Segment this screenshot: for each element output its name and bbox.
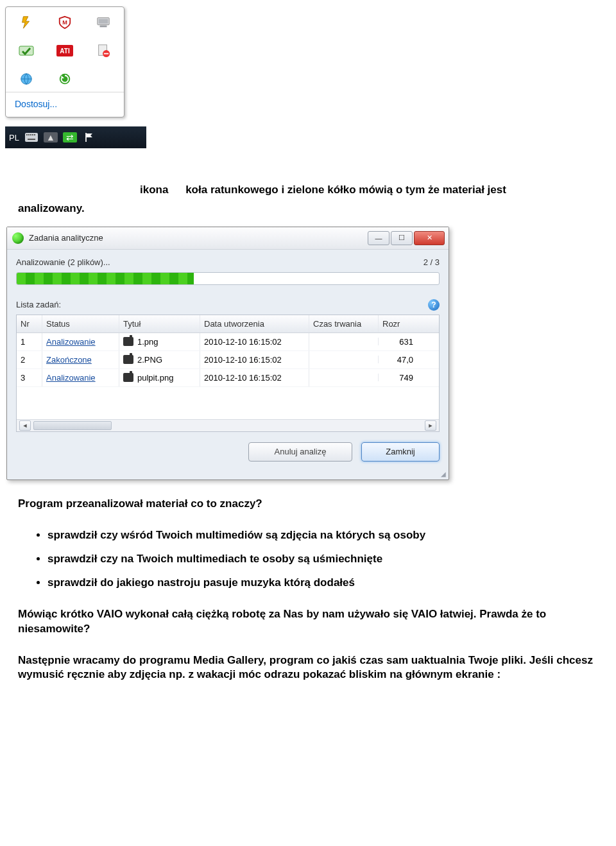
camera-icon (123, 355, 133, 364)
blocked-icon[interactable] (94, 42, 112, 60)
tray-expand-icon[interactable]: ▲ (44, 130, 58, 144)
table-row[interactable]: 1 Analizowanie 1.png 2010-12-10 16:15:02… (17, 333, 439, 351)
window-title: Zadania analityczne (29, 233, 368, 243)
cell-status[interactable]: Analizowanie (46, 373, 96, 383)
svg-rect-13 (30, 134, 31, 135)
taskbar-strip: PL ▲ ⇄ (5, 126, 146, 148)
col-title[interactable]: Tytuł (119, 315, 200, 332)
titlebar: Zadania analityczne — ☐ ✕ (7, 227, 449, 250)
list-item: sprawdził czy na Twoich multimediach te … (47, 552, 598, 567)
analytic-tasks-dialog: Zadania analityczne — ☐ ✕ Analizowanie (… (6, 227, 449, 480)
tray-green-icon[interactable]: ⇄ (63, 130, 77, 144)
question-heading: Program przeanalizował materiał co to zn… (18, 497, 598, 512)
task-list-label: Lista zadań: (16, 300, 61, 309)
refresh-green-icon[interactable] (56, 70, 74, 88)
maximize-button[interactable]: ☐ (391, 231, 413, 245)
horizontal-scrollbar[interactable]: ◄ ► (17, 419, 439, 431)
keyboard-icon[interactable] (24, 130, 38, 144)
scroll-thumb[interactable] (33, 421, 112, 430)
close-window-button[interactable]: ✕ (414, 231, 445, 245)
cell-size: 631 (379, 333, 417, 350)
caption-rest: koła ratunkowego i zielone kółko mówią o… (171, 184, 506, 196)
progress-bar (16, 272, 440, 285)
table-row[interactable]: 2 Zakończone 2.PNG 2010-12-10 16:15:02 4… (17, 351, 439, 369)
help-icon[interactable]: ? (428, 299, 440, 311)
cell-created: 2010-12-10 16:15:02 (200, 369, 309, 386)
svg-rect-15 (34, 134, 35, 135)
cell-title: pulpit.png (137, 373, 173, 383)
cell-nr: 1 (17, 333, 42, 350)
app-icon (12, 232, 24, 244)
scroll-left-button[interactable]: ◄ (19, 420, 31, 431)
cell-duration (309, 338, 379, 345)
cell-status[interactable]: Analizowanie (46, 337, 96, 347)
shield-m-icon[interactable]: M (56, 13, 74, 31)
col-nr[interactable]: Nr (17, 315, 42, 332)
device-icon[interactable] (94, 13, 112, 31)
ati-icon[interactable]: ATI (56, 42, 74, 60)
tray-flag-icon[interactable] (82, 130, 96, 144)
col-status[interactable]: Status (42, 315, 119, 332)
cancel-analysis-button[interactable]: Anuluj analizę (248, 442, 352, 462)
cell-size: 47,0 (379, 351, 417, 368)
camera-icon (123, 337, 133, 346)
caption-line-2: analizowany. (18, 202, 598, 216)
cell-nr: 3 (17, 369, 42, 386)
svg-text:M: M (62, 19, 67, 26)
svg-rect-7 (104, 53, 108, 55)
caption-line-1: ikona koła ratunkowego i zielone kółko m… (18, 183, 598, 198)
cell-title: 1.png (137, 337, 158, 347)
table-row[interactable]: 3 Analizowanie pulpit.png 2010-12-10 16:… (17, 369, 439, 387)
svg-rect-12 (28, 134, 30, 135)
progress-fill (17, 273, 194, 284)
scroll-right-button[interactable]: ► (425, 420, 436, 431)
cell-size: 749 (379, 369, 417, 386)
check-icon[interactable] (17, 42, 35, 60)
cell-created: 2010-12-10 16:15:02 (200, 333, 309, 350)
col-duration[interactable]: Czas trwania (309, 315, 379, 332)
col-created[interactable]: Data utworzenia (200, 315, 309, 332)
svg-rect-16 (28, 139, 35, 140)
language-indicator[interactable]: PL (9, 133, 19, 142)
cell-status[interactable]: Zakończone (46, 355, 92, 365)
svg-rect-11 (26, 134, 28, 135)
col-size[interactable]: Rozr (379, 315, 417, 332)
task-grid: Nr Status Tytuł Data utworzenia Czas trw… (16, 315, 440, 432)
system-tray-popup: M ATI (5, 6, 124, 117)
svg-rect-2 (99, 19, 108, 24)
lightning-icon[interactable] (17, 13, 35, 31)
progress-count: 2 / 3 (424, 257, 440, 267)
camera-icon (123, 373, 133, 382)
list-item: sprawdził do jakiego nastroju pasuje muz… (47, 576, 598, 591)
globe-icon[interactable] (17, 70, 35, 88)
list-item: sprawdził czy wśród Twoich multimediów s… (47, 528, 598, 543)
cell-nr: 2 (17, 351, 42, 368)
paragraph: Następnie wracamy do programu Media Gall… (18, 653, 598, 683)
cell-title: 2.PNG (137, 355, 162, 365)
grid-header: Nr Status Tytuł Data utworzenia Czas trw… (17, 315, 439, 333)
customize-link[interactable]: Dostosuj... (6, 92, 124, 117)
cell-duration (309, 374, 379, 381)
minimize-button[interactable]: — (368, 231, 389, 245)
cell-duration (309, 356, 379, 363)
progress-label: Analizowanie (2 plików)... (16, 257, 110, 267)
close-button[interactable]: Zamknij (361, 442, 440, 462)
caption-ikona: ikona (18, 184, 168, 196)
paragraph: Mówiąc krótko VAIO wykonał całą ciężką r… (18, 607, 598, 637)
resize-grip-icon[interactable]: ◢ (7, 470, 449, 479)
svg-rect-3 (100, 26, 107, 28)
cell-created: 2010-12-10 16:15:02 (200, 351, 309, 368)
grid-empty-area (17, 387, 439, 419)
svg-rect-14 (32, 134, 33, 135)
